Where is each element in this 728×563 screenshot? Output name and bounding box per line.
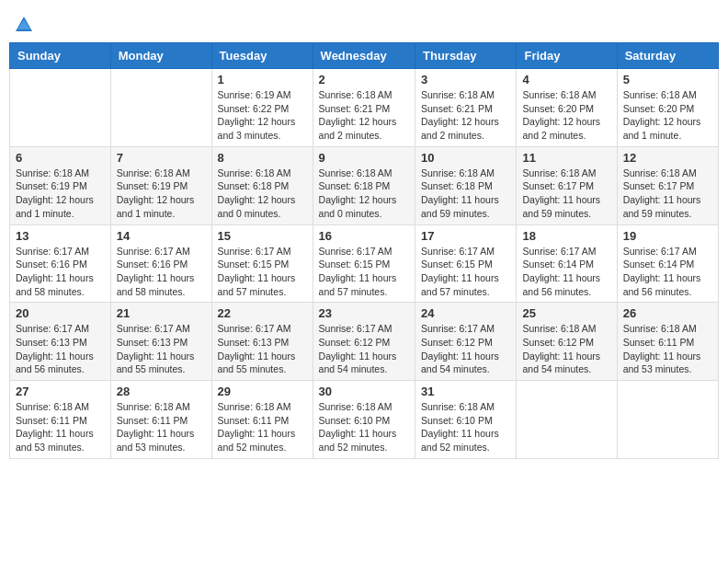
day-number: 26 (623, 306, 712, 320)
weekday-header-row: SundayMondayTuesdayWednesdayThursdayFrid… (10, 43, 719, 69)
day-number: 29 (218, 385, 307, 398)
logo-icon (14, 15, 34, 35)
day-info: Sunrise: 6:17 AM Sunset: 6:12 PM Dayligh… (319, 322, 409, 376)
calendar-cell: 1Sunrise: 6:19 AM Sunset: 6:22 PM Daylig… (211, 69, 313, 147)
calendar-cell: 15Sunrise: 6:17 AM Sunset: 6:15 PM Dayli… (211, 224, 313, 303)
day-info: Sunrise: 6:18 AM Sunset: 6:21 PM Dayligh… (421, 88, 510, 143)
calendar-cell: 23Sunrise: 6:17 AM Sunset: 6:12 PM Dayli… (313, 303, 415, 381)
calendar-cell: 10Sunrise: 6:18 AM Sunset: 6:18 PM Dayli… (415, 146, 517, 224)
calendar-cell: 13Sunrise: 6:17 AM Sunset: 6:16 PM Dayli… (10, 224, 111, 303)
day-info: Sunrise: 6:19 AM Sunset: 6:22 PM Dayligh… (218, 88, 307, 143)
day-number: 9 (319, 151, 409, 165)
day-info: Sunrise: 6:17 AM Sunset: 6:15 PM Dayligh… (319, 245, 409, 299)
day-number: 5 (623, 73, 712, 86)
day-info: Sunrise: 6:18 AM Sunset: 6:12 PM Dayligh… (522, 322, 610, 376)
calendar-cell: 4Sunrise: 6:18 AM Sunset: 6:20 PM Daylig… (517, 69, 617, 147)
day-info: Sunrise: 6:18 AM Sunset: 6:10 PM Dayligh… (421, 400, 510, 454)
weekday-thursday: Thursday (415, 43, 517, 69)
day-number: 20 (16, 306, 105, 320)
day-number: 10 (421, 151, 510, 165)
day-info: Sunrise: 6:17 AM Sunset: 6:16 PM Dayligh… (117, 245, 206, 299)
day-info: Sunrise: 6:17 AM Sunset: 6:14 PM Dayligh… (623, 245, 712, 299)
day-info: Sunrise: 6:17 AM Sunset: 6:16 PM Dayligh… (16, 245, 105, 299)
day-info: Sunrise: 6:17 AM Sunset: 6:12 PM Dayligh… (421, 322, 510, 376)
calendar-cell: 25Sunrise: 6:18 AM Sunset: 6:12 PM Dayli… (517, 303, 617, 381)
day-number: 22 (218, 306, 307, 320)
day-number: 24 (421, 306, 510, 320)
calendar-week-4: 20Sunrise: 6:17 AM Sunset: 6:13 PM Dayli… (10, 303, 719, 381)
weekday-wednesday: Wednesday (313, 43, 415, 69)
calendar-cell (110, 69, 211, 147)
logo (13, 15, 34, 35)
calendar-cell: 12Sunrise: 6:18 AM Sunset: 6:17 PM Dayli… (617, 146, 718, 224)
calendar-cell: 31Sunrise: 6:18 AM Sunset: 6:10 PM Dayli… (415, 381, 517, 459)
day-number: 1 (218, 73, 307, 86)
day-info: Sunrise: 6:18 AM Sunset: 6:11 PM Dayligh… (117, 400, 206, 454)
calendar-cell: 14Sunrise: 6:17 AM Sunset: 6:16 PM Dayli… (110, 224, 211, 303)
calendar-cell: 19Sunrise: 6:17 AM Sunset: 6:14 PM Dayli… (617, 224, 718, 303)
weekday-sunday: Sunday (10, 43, 111, 69)
day-number: 12 (623, 151, 712, 165)
day-number: 13 (16, 229, 105, 243)
calendar-body: 1Sunrise: 6:19 AM Sunset: 6:22 PM Daylig… (10, 69, 719, 459)
day-number: 19 (623, 229, 712, 243)
day-info: Sunrise: 6:18 AM Sunset: 6:21 PM Dayligh… (319, 88, 409, 143)
calendar-week-1: 1Sunrise: 6:19 AM Sunset: 6:22 PM Daylig… (10, 69, 719, 147)
weekday-tuesday: Tuesday (211, 43, 313, 69)
calendar-cell: 20Sunrise: 6:17 AM Sunset: 6:13 PM Dayli… (10, 303, 111, 381)
weekday-friday: Friday (517, 43, 617, 69)
day-number: 28 (117, 385, 206, 398)
day-info: Sunrise: 6:17 AM Sunset: 6:13 PM Dayligh… (218, 322, 307, 376)
calendar-cell: 8Sunrise: 6:18 AM Sunset: 6:18 PM Daylig… (211, 146, 313, 224)
weekday-saturday: Saturday (617, 43, 718, 69)
calendar-cell: 6Sunrise: 6:18 AM Sunset: 6:19 PM Daylig… (10, 146, 111, 224)
day-info: Sunrise: 6:18 AM Sunset: 6:11 PM Dayligh… (16, 400, 105, 454)
day-info: Sunrise: 6:18 AM Sunset: 6:11 PM Dayligh… (623, 322, 712, 376)
calendar-cell: 9Sunrise: 6:18 AM Sunset: 6:18 PM Daylig… (313, 146, 415, 224)
day-info: Sunrise: 6:17 AM Sunset: 6:15 PM Dayligh… (421, 245, 510, 299)
calendar-cell: 17Sunrise: 6:17 AM Sunset: 6:15 PM Dayli… (415, 224, 517, 303)
day-info: Sunrise: 6:18 AM Sunset: 6:18 PM Dayligh… (421, 167, 510, 221)
day-info: Sunrise: 6:18 AM Sunset: 6:19 PM Dayligh… (16, 167, 105, 221)
day-number: 27 (16, 385, 105, 398)
calendar-cell (517, 381, 617, 459)
day-info: Sunrise: 6:17 AM Sunset: 6:14 PM Dayligh… (522, 245, 610, 299)
calendar-week-2: 6Sunrise: 6:18 AM Sunset: 6:19 PM Daylig… (10, 146, 719, 224)
day-info: Sunrise: 6:18 AM Sunset: 6:17 PM Dayligh… (623, 167, 712, 221)
calendar-cell: 21Sunrise: 6:17 AM Sunset: 6:13 PM Dayli… (110, 303, 211, 381)
day-number: 14 (117, 229, 206, 243)
calendar-cell: 29Sunrise: 6:18 AM Sunset: 6:11 PM Dayli… (211, 381, 313, 459)
calendar-cell: 2Sunrise: 6:18 AM Sunset: 6:21 PM Daylig… (313, 69, 415, 147)
day-info: Sunrise: 6:18 AM Sunset: 6:20 PM Dayligh… (623, 88, 712, 143)
calendar-cell: 22Sunrise: 6:17 AM Sunset: 6:13 PM Dayli… (211, 303, 313, 381)
calendar-table: SundayMondayTuesdayWednesdayThursdayFrid… (9, 42, 719, 459)
day-number: 8 (218, 151, 307, 165)
calendar-cell: 7Sunrise: 6:18 AM Sunset: 6:19 PM Daylig… (110, 146, 211, 224)
day-number: 23 (319, 306, 409, 320)
day-info: Sunrise: 6:18 AM Sunset: 6:18 PM Dayligh… (218, 167, 307, 221)
page-header (9, 9, 719, 35)
day-number: 21 (117, 306, 206, 320)
calendar-cell: 26Sunrise: 6:18 AM Sunset: 6:11 PM Dayli… (617, 303, 718, 381)
calendar-week-3: 13Sunrise: 6:17 AM Sunset: 6:16 PM Dayli… (10, 224, 719, 303)
calendar-week-5: 27Sunrise: 6:18 AM Sunset: 6:11 PM Dayli… (10, 381, 719, 459)
day-info: Sunrise: 6:17 AM Sunset: 6:15 PM Dayligh… (218, 245, 307, 299)
day-number: 2 (319, 73, 409, 86)
day-number: 6 (16, 151, 105, 165)
calendar-cell: 27Sunrise: 6:18 AM Sunset: 6:11 PM Dayli… (10, 381, 111, 459)
day-number: 30 (319, 385, 409, 398)
day-number: 4 (522, 73, 610, 86)
day-number: 11 (522, 151, 610, 165)
day-number: 3 (421, 73, 510, 86)
calendar-cell (10, 69, 111, 147)
calendar-cell (617, 381, 718, 459)
day-number: 18 (522, 229, 610, 243)
day-number: 31 (421, 385, 510, 398)
calendar-cell: 30Sunrise: 6:18 AM Sunset: 6:10 PM Dayli… (313, 381, 415, 459)
day-info: Sunrise: 6:18 AM Sunset: 6:10 PM Dayligh… (319, 400, 409, 454)
day-info: Sunrise: 6:17 AM Sunset: 6:13 PM Dayligh… (117, 322, 206, 376)
day-info: Sunrise: 6:18 AM Sunset: 6:20 PM Dayligh… (522, 88, 610, 143)
calendar-cell: 3Sunrise: 6:18 AM Sunset: 6:21 PM Daylig… (415, 69, 517, 147)
day-number: 15 (218, 229, 307, 243)
day-number: 7 (117, 151, 206, 165)
